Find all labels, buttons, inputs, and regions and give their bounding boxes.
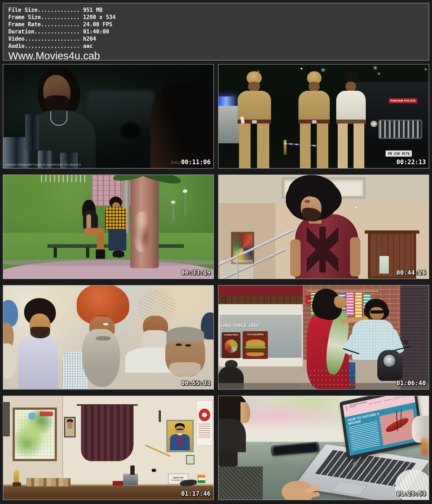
timestamp-overlay: 00:55:33 (181, 379, 211, 387)
platform-rim (3, 259, 213, 266)
trophy-base (13, 482, 21, 486)
elderly-man-gray-hair (166, 327, 204, 341)
center-man-eye (103, 323, 110, 325)
punjab-police-banner: PUNJAB POLICE (389, 98, 417, 103)
map-water-patch (28, 413, 36, 419)
timestamp-overlay: 00:11:06 (181, 158, 211, 166)
police-light-bar (219, 96, 235, 106)
screenshot-panel-3: 00:33:19 (3, 175, 214, 279)
screenshot-panel-6: G LING SINCE 1954 STUNNER MENU IT'S A WH… (218, 285, 429, 390)
sunglasses (370, 310, 383, 314)
young-man-beard (30, 327, 50, 338)
nav-item-home: Home (369, 402, 373, 405)
white-pergola (41, 175, 87, 182)
timestamp-overlay: 00:22:13 (396, 158, 426, 166)
police-officer-middle (296, 71, 332, 168)
wall-map (13, 408, 57, 462)
granite-pillar (400, 285, 429, 389)
india-flag-desk (198, 475, 205, 483)
screenshot-panel-2: PUNJAB POLICE PB 230 9170 (218, 64, 429, 168)
woman-arm (86, 214, 91, 229)
burger-poster-right: IT'S A WHOPPER (243, 331, 268, 359)
site-watermark: Www.Movies4u.cab (8, 50, 424, 60)
scene-street-market: G LING SINCE 1954 STUNNER MENU IT'S A WH… (219, 285, 429, 389)
scene-laptop-browsing: THE LONDON WOUNDS CENTRE Home Help me wi… (219, 396, 429, 500)
media-info-header: File Size............. 951 MB Frame Size… (3, 3, 429, 60)
storefront-sign-text: LING SINCE 1954 (221, 323, 301, 328)
police-officer-left (235, 71, 273, 168)
belt-buckle (312, 120, 316, 123)
white-shirt (336, 91, 366, 123)
screenshot-panel-1: COHOL CONSUMPTIONS IS INJURIOUS TO HEALT… (3, 64, 214, 168)
map-title-strip (40, 411, 53, 416)
portrait-frame (64, 417, 76, 438)
info-line-frame-rate: Frame Rate............ 24.00 FPS (8, 21, 424, 28)
burger-patty (246, 348, 265, 352)
license-plate: PB 230 9170 (386, 150, 412, 157)
suv-headlight (370, 121, 377, 127)
nav-item-treatments: Treatments (393, 397, 400, 400)
ceiling-fan-rod (159, 410, 161, 422)
portrait-red-tie (179, 435, 181, 447)
scene-police-office: INSPECTOR TAJINDER SINGH (3, 396, 213, 500)
website-nav: Home Help me with... Chiropractor Treatm… (369, 396, 413, 405)
screenshot-panel-8: THE LONDON WOUNDS CENTRE Home Help me wi… (218, 396, 429, 500)
railing-baluster (237, 252, 238, 279)
car-wheel (121, 122, 140, 139)
police-emblem-banner (197, 400, 212, 446)
poster-left-text: STUNNER MENU (223, 334, 239, 336)
storefront-letter: G (221, 295, 228, 305)
nameplate-title: INSPECTOR (173, 477, 184, 479)
emblem-text-lines (199, 424, 210, 437)
cup-print (420, 437, 429, 456)
red-register (113, 481, 123, 486)
face (309, 82, 320, 91)
background-car (87, 90, 155, 128)
info-line-audio: Audio................. aac (8, 42, 424, 50)
nav-item-contact: Contact Us (406, 396, 413, 397)
website-name: THE LONDON WOUNDS CENTRE (349, 401, 370, 408)
man-check-shirt (105, 207, 126, 230)
storefront-fascia (219, 296, 303, 304)
person-face-edge (240, 402, 250, 423)
door-glass-pane (379, 256, 389, 274)
timestamp-overlay: 01:17:46 (181, 490, 211, 497)
screenshot-panel-5: 00:55:33 (3, 285, 214, 390)
timestamp-overlay: 00:33:19 (181, 269, 211, 276)
scooter-mirror (404, 339, 409, 345)
young-man-shirt (18, 336, 58, 389)
scene-park-bench (3, 175, 213, 279)
info-line-video: Video................. h264 (8, 35, 424, 42)
face (248, 82, 260, 91)
sachet-strip (347, 293, 354, 315)
barrier-post (284, 140, 287, 154)
streetlight-bokeh (301, 68, 302, 69)
woman-leg (97, 233, 104, 251)
uniform-trousers (300, 123, 328, 168)
web-paragraph-lines (348, 421, 380, 451)
portrait-frame-edge (3, 402, 10, 436)
info-line-duration: Duration.............. 01:40:00 (8, 28, 424, 35)
man-jeans (108, 229, 126, 251)
woman-face (334, 296, 347, 309)
nav-item-chiropractor: Chiropractor (384, 399, 392, 401)
nav-item-about: About (401, 396, 405, 398)
trunk-bark-patches (134, 211, 153, 253)
subtitle-fragment: मिलावट (170, 161, 181, 165)
health-warning-text: COHOL CONSUMPTIONS IS INJURIOUS TO HEALT… (5, 163, 81, 166)
ambedkar-portrait (166, 420, 194, 452)
caduceus-logo-icon (345, 406, 348, 411)
man-right-arm (350, 237, 360, 276)
file-stack (26, 478, 71, 486)
thumbnail-sheet: File Size............. 951 MB Frame Size… (0, 0, 432, 504)
silver-chain (50, 111, 67, 126)
uniform-trousers (239, 123, 269, 168)
storefront-red-band (219, 285, 303, 296)
garden-lamp-post-2 (185, 193, 186, 215)
bench-seat-right (159, 244, 184, 248)
poster-right-text: IT'S A WHOPPER (244, 333, 267, 336)
ceiling-spotlight (354, 206, 358, 209)
woman-black-boot (96, 249, 105, 259)
rider-face (370, 307, 384, 320)
person-shoulder (219, 419, 246, 452)
